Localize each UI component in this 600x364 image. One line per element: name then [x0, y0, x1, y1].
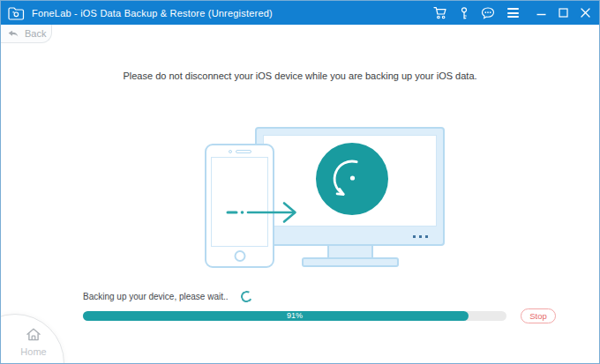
- home-label: Home: [12, 346, 55, 357]
- back-button[interactable]: Back: [1, 25, 52, 43]
- phone-camera-dot: [229, 150, 232, 153]
- title-bar: FoneLab - iOS Data Backup & Restore (Unr…: [1, 1, 599, 25]
- transfer-arrow-icon: [223, 199, 307, 226]
- loading-spinner-icon: [239, 290, 253, 304]
- cart-icon[interactable]: [427, 1, 454, 25]
- app-folder-icon: [8, 6, 25, 20]
- menu-icon[interactable]: [501, 1, 525, 25]
- restore-arrow-icon: [315, 142, 389, 216]
- feedback-icon[interactable]: [475, 1, 501, 25]
- maximize-icon[interactable]: [552, 1, 574, 25]
- phone-home-button: [234, 250, 245, 262]
- progress-percent: 91%: [83, 311, 506, 321]
- status-text: Backing up your device, please wait..: [83, 292, 229, 301]
- home-icon: [26, 327, 41, 342]
- monitor-stand-base: [302, 257, 399, 267]
- key-icon[interactable]: [454, 1, 475, 25]
- monitor-dots: [413, 235, 428, 238]
- app-window: FoneLab - iOS Data Backup & Restore (Unr…: [0, 0, 600, 364]
- close-icon[interactable]: [574, 1, 599, 25]
- stop-button[interactable]: Stop: [521, 308, 556, 323]
- home-button[interactable]: Home: [0, 314, 64, 364]
- minimize-icon[interactable]: [530, 1, 552, 25]
- window-title: FoneLab - iOS Data Backup & Restore (Unr…: [32, 8, 273, 19]
- phone-speaker: [236, 150, 251, 153]
- titlebar-controls: [427, 1, 599, 25]
- status-row: Backing up your device, please wait..: [83, 291, 252, 302]
- backup-progress-bar: 91%: [83, 311, 506, 321]
- back-arrow-icon: [7, 28, 19, 39]
- back-label: Back: [25, 28, 46, 39]
- backup-warning-message: Please do not disconnect your iOS device…: [1, 71, 599, 81]
